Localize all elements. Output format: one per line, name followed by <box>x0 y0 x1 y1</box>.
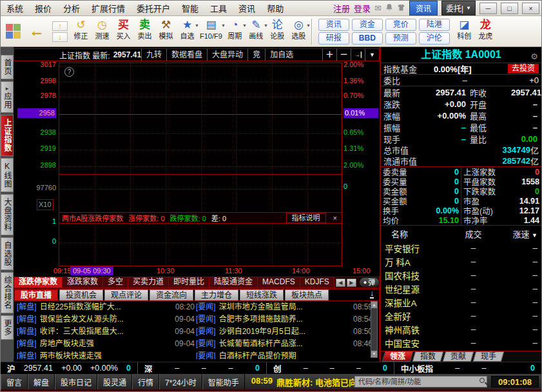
menu-item[interactable]: 资讯 <box>233 0 261 16</box>
news-tab[interactable]: 板块热点 <box>285 289 329 300</box>
sidebar-tab[interactable]: 首页 <box>1 55 14 79</box>
news-item[interactable]: [要闻] 白酒标杆产品提价预期 <box>196 350 373 359</box>
bounce-toggle[interactable]: ●弹 <box>359 277 380 288</box>
quote-tab[interactable]: 领涨 <box>382 351 414 362</box>
sidebar-tab[interactable]: 更多 <box>1 315 14 340</box>
status-button[interactable]: 留言 <box>1 374 28 390</box>
news-tab[interactable]: 短线涨跌 <box>240 289 284 300</box>
sidebar-tab[interactable]: K线图 <box>1 158 14 192</box>
menu-item[interactable]: 工具 <box>204 0 233 16</box>
news-tab[interactable]: 主力增仓 <box>195 289 238 300</box>
news-item[interactable]: [要闻] 沙钢自2019年9月5日起... 08:50 <box>196 326 373 338</box>
menu-item[interactable]: 扩展行情 <box>86 0 131 16</box>
quick-button[interactable]: 预测 <box>385 32 416 44</box>
status-button[interactable]: 行情 <box>132 374 159 390</box>
down-button[interactable]: ↓ <box>52 32 68 42</box>
news-mode-button[interactable]: 资讯 <box>409 1 438 15</box>
news-item[interactable]: [解盘] 日经225指数涨幅扩大... 08:20 <box>17 301 195 313</box>
toolbar-button[interactable]: ▤ ▼ F10/F9 <box>198 18 224 45</box>
stock-row[interactable]: 万 科A – – <box>381 255 541 268</box>
bell-icon[interactable] <box>385 3 393 13</box>
back-button[interactable]: ← <box>29 21 44 39</box>
download-icon[interactable]: ↓ <box>370 289 374 299</box>
chart-header-tab[interactable]: 加自选 <box>265 49 298 61</box>
close-sub-panel-icon[interactable]: × <box>331 214 339 222</box>
news-item[interactable]: [要闻] 深圳市地方金融监管局... 08:59 <box>196 301 373 313</box>
toolbar-button[interactable]: ↺ ▼ 修正 <box>70 18 92 45</box>
sidebar-tab[interactable]: 自选股 <box>1 237 14 270</box>
news-tab[interactable]: 投资机会 <box>59 289 103 300</box>
sort-by-speed[interactable]: 涨速 ▼ <box>500 228 537 240</box>
chart-header-tab[interactable]: 数据看盘 <box>166 49 207 61</box>
toolbar-button[interactable]: ★ ▼ 自选 <box>177 18 198 45</box>
register-link[interactable]: 注册 <box>333 2 350 14</box>
indicator-tab[interactable]: 多空 <box>103 277 128 288</box>
shop-shirt-icon[interactable] <box>397 4 405 13</box>
menu-item[interactable]: 系统 <box>1 0 29 16</box>
gear-icon[interactable]: ⚙ <box>530 49 538 64</box>
news-scrollbar[interactable]: ▲ ▼ <box>371 301 378 358</box>
quick-button[interactable]: 沪伦 <box>419 32 450 44</box>
invest-button[interactable]: 去投资 <box>508 64 539 74</box>
stock-row[interactable]: 国农科技 – – <box>381 268 541 282</box>
indicator-tab[interactable]: MACDFS <box>258 277 300 288</box>
toolbar-button[interactable]: 买 ▼ 买入 <box>113 18 134 45</box>
quick-button[interactable]: BBD <box>352 32 383 44</box>
quote-tab[interactable]: 现手 <box>473 351 505 362</box>
indicator-tab[interactable]: 即时量比 <box>169 277 209 288</box>
collapse-caret-button[interactable]: ▼ <box>365 49 379 61</box>
broker-dropdown-button[interactable]: 委托|▼ <box>441 1 476 15</box>
status-button[interactable]: 股市日记 <box>55 374 97 390</box>
quick-button[interactable]: 陆港 <box>419 19 450 31</box>
stock-row[interactable]: 平安银行 – – <box>381 241 541 255</box>
toolbar-button[interactable]: ✎ ▼ 画线 <box>246 18 267 45</box>
sidebar-tab[interactable]: 应用 <box>1 81 14 113</box>
menu-item[interactable]: 帮助 <box>261 0 289 16</box>
help-icon[interactable]: ? <box>64 67 74 77</box>
quick-button[interactable]: 竞价 <box>385 19 416 31</box>
scroll-right-icon[interactable]: ▶ <box>347 279 356 287</box>
intraday-chart-plot[interactable]: ? 两市A股涨跌停家数 涨停家数: 0 跌停家数: 0 差: 0 指标说明 × <box>59 63 342 266</box>
menu-item[interactable]: 报价 <box>29 0 57 16</box>
zoom-in-button[interactable]: ＋ <box>322 49 336 61</box>
quick-button[interactable]: 资讯 <box>318 19 349 31</box>
sidebar-tab[interactable]: 上证指数 <box>1 115 14 156</box>
zoom-out-button[interactable]: － <box>336 49 351 61</box>
up-button[interactable]: ↑ <box>52 21 68 31</box>
quote-tab[interactable]: 指数 <box>412 351 444 362</box>
toolbar-button[interactable]: ◔ ▼ 周期 <box>224 18 246 45</box>
status-button[interactable]: 7*24小时 <box>159 374 202 390</box>
menu-item[interactable]: 分析 <box>57 0 86 16</box>
news-item[interactable]: [解盘] 银保监会发文从源头防... 09-04 <box>17 313 195 326</box>
minimize-button[interactable]: ─ <box>479 3 497 14</box>
stock-row[interactable]: 全新好 – – <box>381 309 541 322</box>
stock-row[interactable]: 神州高铁 – – <box>381 322 541 336</box>
indicator-explain-button[interactable]: 指标说明 <box>286 213 326 223</box>
quick-button[interactable]: 研报 <box>318 32 349 44</box>
indicator-tab[interactable]: 涨跌停家数 <box>14 277 63 288</box>
login-link[interactable]: 登录 <box>354 2 371 14</box>
toolbar-button[interactable]: ◷ ▼ 测速 <box>92 18 113 45</box>
indicator-tab[interactable]: 陆股通资金 <box>209 277 258 288</box>
toolbar-button[interactable]: ◎ ▼ 选股 <box>288 18 309 45</box>
chart-header-tab[interactable]: 九转 <box>141 49 166 61</box>
stock-row[interactable]: 中国宝安 – – <box>381 336 541 349</box>
menu-item[interactable]: 智能 <box>176 0 204 16</box>
news-tab[interactable]: 观点评论 <box>104 289 148 300</box>
scroll-down-icon[interactable]: ▼ <box>371 351 377 357</box>
market-segment[interactable]: 沪 2957.41 +0.00 +0.00% 0 <box>1 362 138 374</box>
indicator-tab[interactable]: KDJFS <box>300 277 334 288</box>
app-grid-icon[interactable] <box>6 24 21 39</box>
next-page-button[interactable]: →| <box>351 49 365 61</box>
sidebar-tab[interactable]: 大盘资料 <box>1 194 14 235</box>
scroll-up-icon[interactable]: ▲ <box>371 302 377 308</box>
search-input[interactable] <box>354 376 487 387</box>
news-tab[interactable]: 资金流向 <box>150 289 193 300</box>
toolbar-button[interactable]: 卖 ▼ 卖出 <box>134 18 155 45</box>
sidebar-tab[interactable]: 综合排名 <box>1 272 14 313</box>
news-item[interactable]: [解盘] 收评：三大股指尾盘大... 09-04 <box>17 326 195 338</box>
quick-button[interactable]: 资金 <box>352 19 383 31</box>
toolbar-button[interactable]: ⚒ ▼ 模拟 <box>155 18 177 45</box>
mail-icon[interactable]: ✉ <box>374 4 382 12</box>
news-item[interactable]: [要闻] 合肥市多项措施鼓励养... 08:54 <box>196 313 373 326</box>
